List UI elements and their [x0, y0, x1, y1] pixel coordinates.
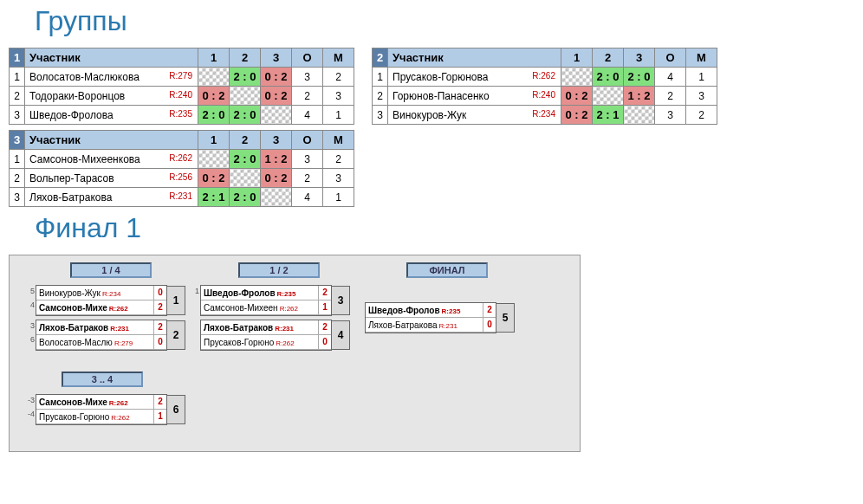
group-table: 2 Участник 1 2 3 О М 1 Прусаков-Горюнова… [372, 48, 717, 125]
place-cell: 2 [323, 68, 354, 87]
score-cell[interactable]: 0 : 2 [261, 169, 292, 188]
col-3: 3 [261, 131, 292, 150]
participant-cell[interactable]: Прусаков-ГорюноваR:262 [388, 68, 561, 87]
score-cell[interactable]: 0 : 2 [561, 87, 593, 106]
participant-cell[interactable]: Шведов-ФроловаR:235 [25, 106, 198, 125]
points-cell: 2 [292, 87, 323, 106]
groups-heading: Группы [35, 5, 863, 37]
score-cell[interactable]: 2 : 1 [198, 188, 230, 207]
score-cell[interactable]: 0 : 2 [198, 87, 230, 106]
match-score: 0 [153, 286, 166, 300]
row-index: 2 [373, 87, 388, 106]
score-cell[interactable]: 0 : 2 [261, 68, 292, 87]
points-cell: 4 [655, 68, 686, 87]
bracket-match[interactable]: 1 Шведов-ФроловR:235 2 Самсонов-МихеенR:… [200, 285, 332, 316]
row-index: 1 [373, 68, 388, 87]
points-cell: 3 [292, 68, 323, 87]
match-number: 5 [496, 303, 515, 333]
participant-cell[interactable]: Винокуров-ЖукR:234 [388, 106, 561, 125]
match-player-b: Ляхов-БатраковаR:231 0 [366, 318, 496, 333]
seed: 4 [23, 300, 35, 309]
score-cell[interactable]: 2 : 1 [593, 106, 624, 125]
bracket-match[interactable]: Шведов-ФроловR:235 2 Ляхов-БатраковаR:23… [365, 302, 496, 333]
col-m: М [323, 48, 354, 68]
place-cell: 2 [323, 150, 354, 169]
self-cell [230, 169, 261, 188]
match-player-b: Прусаков-ГорюноR:262 1 [36, 410, 166, 424]
self-cell [198, 68, 230, 87]
match-score: 2 [483, 303, 496, 317]
bracket-match[interactable]: -3 -4 Самсонов-МихеR:262 2 Прусаков-Горю… [36, 394, 167, 425]
bracket-match[interactable]: 3 6 Ляхов-БатраковR:231 2 Волосатов-Масл… [36, 320, 167, 351]
group-table: 1 Участник 1 2 3 О М 1 Волосатов-Маслюко… [9, 48, 354, 125]
match-score: 2 [153, 300, 166, 314]
match-score: 2 [153, 320, 166, 334]
score-cell[interactable]: 2 : 0 [230, 68, 261, 87]
place-cell: 1 [323, 106, 354, 125]
rating: R:240 [532, 90, 557, 100]
self-cell [561, 68, 593, 87]
points-cell: 2 [292, 169, 323, 188]
row-index: 3 [373, 106, 388, 125]
match-score: 2 [153, 395, 166, 409]
self-cell [230, 87, 261, 106]
points-cell: 3 [655, 106, 686, 125]
group-row: 3 Шведов-ФроловаR:2352 : 02 : 04 1 [10, 106, 354, 125]
match-player-b: Прусаков-ГорюноR:262 0 [201, 335, 331, 350]
seed: 1 [187, 287, 199, 295]
score-cell[interactable]: 2 : 0 [230, 188, 261, 207]
participant-cell[interactable]: Ляхов-БатраковаR:231 [25, 188, 198, 207]
score-cell[interactable]: 2 : 0 [624, 68, 655, 87]
match-player-a: Ляхов-БатраковR:231 2 [36, 320, 166, 335]
points-cell: 4 [292, 106, 323, 125]
rating: R:279 [169, 71, 194, 81]
score-cell[interactable]: 2 : 0 [230, 150, 261, 169]
col-participant: Участник [388, 48, 561, 68]
col-m: М [323, 131, 354, 150]
group-row: 1 Волосатов-МаслюковаR:2792 : 00 : 23 2 [10, 68, 354, 87]
row-index: 3 [10, 106, 25, 125]
score-cell[interactable]: 0 : 2 [261, 87, 292, 106]
self-cell [261, 106, 292, 125]
score-cell[interactable]: 0 : 2 [561, 106, 593, 125]
score-cell[interactable]: 2 : 0 [230, 106, 261, 125]
score-cell[interactable]: 1 : 2 [624, 87, 655, 106]
match-score: 1 [318, 300, 331, 314]
match-score: 0 [483, 318, 496, 332]
match-player-b: Самсонов-МихеенR:262 1 [201, 300, 331, 315]
score-cell[interactable]: 2 : 0 [593, 68, 624, 87]
score-cell[interactable]: 0 : 2 [198, 169, 230, 188]
group-row: 2 Тодораки-ВоронцовR:2400 : 20 : 22 3 [10, 87, 354, 106]
row-index: 1 [10, 68, 25, 87]
col-3: 3 [624, 48, 655, 68]
participant-cell[interactable]: Вольпер-ТарасовR:256 [25, 169, 198, 188]
participant-cell[interactable]: Волосатов-МаслюковаR:279 [25, 68, 198, 87]
participant-cell[interactable]: Самсонов-МихеенковаR:262 [25, 150, 198, 169]
score-cell[interactable]: 1 : 2 [261, 150, 292, 169]
group-row: 2 Вольпер-ТарасовR:2560 : 20 : 22 3 [10, 169, 354, 188]
bracket-match[interactable]: 5 4 Винокуров-ЖукR:234 0 Самсонов-МихеR:… [36, 285, 167, 316]
row-index: 3 [10, 188, 25, 207]
match-player-b: Самсонов-МихеR:262 2 [36, 300, 166, 315]
match-score: 0 [318, 335, 331, 349]
participant-cell[interactable]: Горюнов-ПанасенкоR:240 [388, 87, 561, 106]
rating: R:262 [169, 153, 194, 163]
rating: R:234 [532, 109, 557, 119]
participant-cell[interactable]: Тодораки-ВоронцовR:240 [25, 87, 198, 106]
self-cell [198, 150, 230, 169]
self-cell [624, 106, 655, 125]
bracket-match[interactable]: Ляхов-БатраковR:231 2 Прусаков-ГорюноR:2… [200, 320, 332, 351]
score-cell[interactable]: 2 : 0 [198, 106, 230, 125]
group-row: 3 Ляхов-БатраковаR:2312 : 12 : 04 1 [10, 188, 354, 207]
group-number: 3 [10, 131, 25, 150]
self-cell [593, 87, 624, 106]
rating: R:231 [169, 191, 194, 201]
col-2: 2 [230, 131, 261, 150]
group-row: 1 Прусаков-ГорюноваR:2622 : 02 : 04 1 [373, 68, 717, 87]
points-cell: 2 [655, 87, 686, 106]
points-cell: 3 [292, 150, 323, 169]
group-row: 2 Горюнов-ПанасенкоR:2400 : 21 : 22 3 [373, 87, 717, 106]
final-heading: Финал 1 [35, 212, 863, 244]
match-player-b: Волосатов-МаслюR:279 0 [36, 335, 166, 350]
col-1: 1 [198, 48, 230, 68]
